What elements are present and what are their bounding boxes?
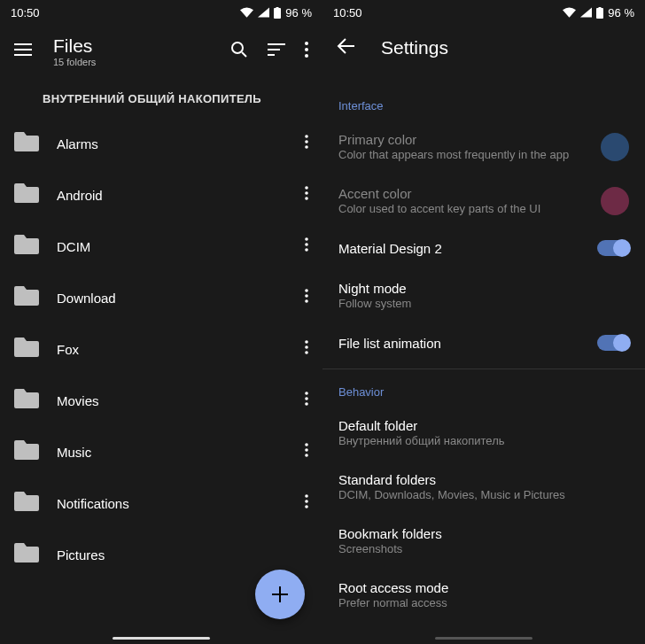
settings-app-bar: Settings bbox=[322, 25, 645, 71]
setting-subtitle: Prefer normal access bbox=[338, 596, 629, 609]
setting-subtitle: Color that appears most frequently in th… bbox=[338, 148, 587, 161]
folder-icon bbox=[14, 492, 39, 515]
svg-point-23 bbox=[305, 294, 308, 298]
folder-icon bbox=[14, 440, 39, 463]
svg-point-14 bbox=[305, 140, 308, 144]
setting-primary-color[interactable]: Primary color Color that appears most fr… bbox=[322, 120, 645, 174]
setting-bookmark-folders[interactable]: Bookmark folders Screenshots bbox=[322, 514, 645, 568]
setting-standard-folders[interactable]: Standard folders DCIM, Downloads, Movies… bbox=[322, 460, 645, 514]
svg-point-36 bbox=[305, 505, 308, 508]
svg-point-32 bbox=[305, 448, 308, 452]
status-bar: 10:50 96 % bbox=[322, 0, 645, 25]
folder-list: Alarms Android DCIM Download Fox Movies bbox=[0, 118, 322, 580]
wifi-icon bbox=[240, 7, 253, 18]
svg-rect-1 bbox=[276, 7, 279, 9]
setting-subtitle: Follow system bbox=[338, 297, 629, 310]
app-subtitle: 15 folders bbox=[53, 57, 209, 67]
folder-name: DCIM bbox=[57, 239, 287, 254]
svg-rect-0 bbox=[274, 8, 281, 19]
animation-switch[interactable] bbox=[597, 335, 629, 351]
svg-point-12 bbox=[305, 54, 308, 58]
setting-title: Accent color bbox=[338, 186, 587, 201]
svg-rect-40 bbox=[599, 7, 602, 9]
folder-icon bbox=[14, 183, 39, 206]
folder-name: Android bbox=[57, 188, 287, 203]
setting-title: Bookmark folders bbox=[338, 526, 629, 541]
setting-subtitle: Screenshots bbox=[338, 542, 629, 555]
setting-night-mode[interactable]: Night mode Follow system bbox=[322, 268, 645, 322]
nav-indicator bbox=[113, 637, 210, 640]
setting-title: Night mode bbox=[338, 281, 629, 296]
folder-icon bbox=[14, 286, 39, 309]
back-icon[interactable] bbox=[337, 38, 356, 58]
folder-name: Download bbox=[57, 291, 287, 306]
settings-title: Settings bbox=[381, 37, 448, 58]
app-bar-title-area: Files 15 folders bbox=[53, 35, 209, 67]
svg-point-21 bbox=[305, 248, 308, 252]
setting-accent-color[interactable]: Accent color Color used to accent key pa… bbox=[322, 174, 645, 228]
item-overflow-icon[interactable] bbox=[305, 186, 308, 204]
svg-point-19 bbox=[305, 237, 308, 241]
sort-icon[interactable] bbox=[268, 43, 285, 59]
folder-name: Pictures bbox=[57, 547, 308, 563]
setting-default-folder[interactable]: Default folder Внутренний общий накопите… bbox=[322, 406, 645, 460]
folder-item-download[interactable]: Download bbox=[0, 272, 322, 323]
setting-title: Standard folders bbox=[338, 472, 629, 487]
signal-icon bbox=[580, 7, 592, 18]
folder-icon bbox=[14, 235, 39, 258]
folder-item-music[interactable]: Music bbox=[0, 426, 322, 477]
item-overflow-icon[interactable] bbox=[305, 135, 308, 152]
menu-icon[interactable] bbox=[14, 43, 32, 59]
item-overflow-icon[interactable] bbox=[305, 443, 308, 461]
svg-point-33 bbox=[305, 454, 308, 457]
status-battery-percent: 96 % bbox=[608, 6, 634, 19]
svg-line-6 bbox=[242, 52, 246, 57]
svg-point-16 bbox=[305, 186, 308, 190]
search-icon[interactable] bbox=[230, 41, 248, 62]
svg-point-18 bbox=[305, 197, 308, 200]
setting-title: Primary color bbox=[338, 132, 587, 147]
divider bbox=[322, 369, 645, 369]
setting-title: Material Design 2 bbox=[338, 241, 583, 256]
setting-subtitle: Внутренний общий накопитель bbox=[338, 434, 629, 447]
setting-root-access[interactable]: Root access mode Prefer normal access bbox=[322, 568, 645, 622]
nav-indicator bbox=[435, 637, 532, 640]
app-bar: Files 15 folders bbox=[0, 25, 322, 78]
folder-name: Alarms bbox=[57, 136, 287, 151]
folder-name: Music bbox=[57, 445, 287, 460]
accent-color-swatch bbox=[601, 187, 629, 215]
folder-item-notifications[interactable]: Notifications bbox=[0, 477, 322, 529]
material-design-switch[interactable] bbox=[597, 240, 629, 256]
item-overflow-icon[interactable] bbox=[305, 289, 308, 306]
folder-item-movies[interactable]: Movies bbox=[0, 375, 322, 426]
folder-item-dcim[interactable]: DCIM bbox=[0, 221, 322, 272]
add-fab[interactable] bbox=[255, 570, 305, 619]
item-overflow-icon[interactable] bbox=[305, 237, 308, 255]
setting-material-design[interactable]: Material Design 2 bbox=[322, 228, 645, 268]
svg-point-26 bbox=[305, 345, 308, 349]
svg-point-5 bbox=[232, 43, 243, 53]
folder-item-fox[interactable]: Fox bbox=[0, 323, 322, 375]
folder-name: Fox bbox=[57, 342, 287, 357]
signal-icon bbox=[258, 7, 269, 18]
folder-item-alarms[interactable]: Alarms bbox=[0, 118, 322, 169]
item-overflow-icon[interactable] bbox=[305, 494, 308, 512]
setting-title: File list animation bbox=[338, 336, 583, 351]
svg-point-29 bbox=[305, 397, 308, 400]
storage-section-header: ВНУТРЕННИЙ ОБЩИЙ НАКОПИТЕЛЬ bbox=[0, 78, 322, 118]
item-overflow-icon[interactable] bbox=[305, 340, 308, 358]
setting-subtitle: Color used to accent key parts of the UI bbox=[338, 202, 587, 215]
svg-point-35 bbox=[305, 500, 308, 503]
battery-icon bbox=[274, 7, 281, 19]
folder-name: Notifications bbox=[57, 496, 287, 511]
overflow-menu-icon[interactable] bbox=[305, 42, 308, 61]
setting-file-list-animation[interactable]: File list animation bbox=[322, 322, 645, 363]
svg-point-20 bbox=[305, 243, 308, 246]
status-bar: 10:50 96 % bbox=[0, 0, 322, 25]
app-title: Files bbox=[53, 35, 209, 56]
setting-title: Root access mode bbox=[338, 580, 629, 595]
svg-point-27 bbox=[305, 351, 308, 354]
svg-point-11 bbox=[305, 48, 308, 51]
item-overflow-icon[interactable] bbox=[305, 392, 308, 409]
folder-item-android[interactable]: Android bbox=[0, 169, 322, 221]
